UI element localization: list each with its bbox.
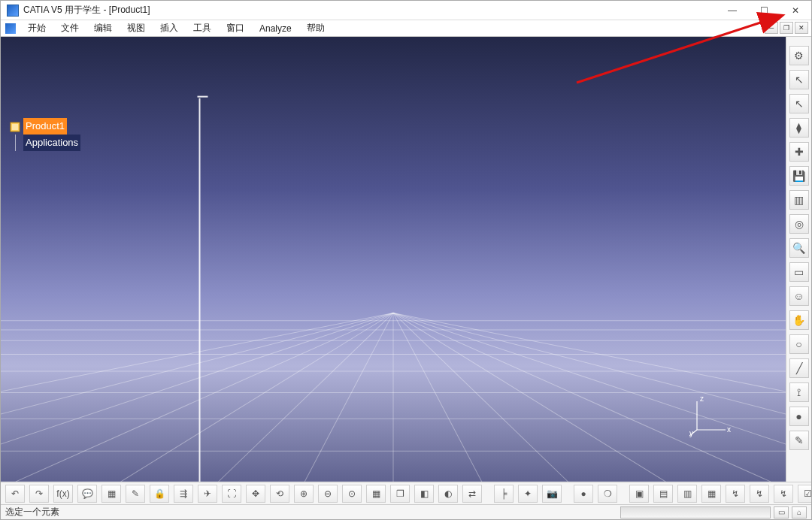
window-title: CATIA V5 用于学生 - [Product1] — [23, 4, 150, 17]
tree-root[interactable]: Product1 — [10, 118, 80, 135]
tree-toggle-icon[interactable]: ╞ — [494, 485, 514, 503]
status-button-2[interactable]: ⌂ — [792, 506, 807, 518]
iso-view-icon[interactable]: ❒ — [390, 485, 410, 503]
analysis-glyph-icon: 🔍 — [792, 242, 805, 254]
sketch3-glyph-icon: ↯ — [780, 488, 787, 499]
menu-analyze[interactable]: Analyze — [252, 22, 299, 35]
sketch3-icon[interactable]: ↯ — [774, 485, 793, 503]
render2-icon[interactable]: ▤ — [653, 485, 673, 503]
viewport-3d[interactable]: Product1 Applications z x — [1, 37, 786, 482]
sketch2-glyph-icon: ↯ — [756, 488, 763, 499]
render4-glyph-icon: ▦ — [707, 488, 716, 499]
window-minimize-button[interactable]: — — [717, 1, 748, 20]
menu-view[interactable]: 视图 — [120, 20, 153, 36]
select-gear-icon[interactable]: ↖ — [789, 94, 809, 113]
analysis-icon[interactable]: 🔍 — [789, 238, 809, 258]
hide-icon[interactable]: ◐ — [438, 485, 458, 503]
fit-icon[interactable]: ⛶ — [222, 485, 241, 503]
app-icon — [7, 5, 19, 17]
scene-icon[interactable]: ☺ — [789, 286, 809, 306]
rotate-glyph-icon: ⟲ — [276, 488, 283, 499]
record-icon[interactable]: ● — [574, 485, 593, 503]
robot-icon[interactable]: ✋ — [789, 310, 809, 330]
window-maximize-button[interactable]: ☐ — [748, 1, 780, 20]
annotation-icon[interactable]: ▭ — [789, 262, 809, 282]
snapshot-icon[interactable]: ❍ — [598, 485, 617, 503]
step-icon[interactable]: ⇶ — [174, 485, 193, 503]
undo-icon[interactable]: ↶ — [5, 485, 25, 503]
zoom-in-icon[interactable]: ⊕ — [294, 485, 314, 503]
chat-icon[interactable]: 💬 — [77, 485, 97, 503]
window-close-button[interactable]: ✕ — [780, 1, 811, 20]
line-icon[interactable]: ╱ — [789, 358, 809, 378]
sketch4-icon[interactable]: ☑ — [798, 485, 811, 503]
compass-glyph-icon: ✦ — [524, 488, 532, 499]
link-icon[interactable]: ✎ — [126, 485, 145, 503]
menu-file[interactable]: 文件 — [53, 20, 86, 36]
menu-window[interactable]: 窗口 — [219, 20, 252, 36]
maximize-icon: ☐ — [760, 5, 768, 16]
zoom-out-icon[interactable]: ⊖ — [318, 485, 338, 503]
shading-icon[interactable]: ◧ — [414, 485, 434, 503]
compass-icon[interactable]: ✦ — [518, 485, 538, 503]
status-text: 选定一个元素 — [5, 506, 59, 518]
product-icon[interactable]: ⚙ — [789, 46, 809, 65]
table-icon[interactable]: ▦ — [102, 485, 121, 503]
circle-icon[interactable]: ○ — [789, 334, 809, 354]
assembly-icon[interactable]: ▥ — [789, 190, 809, 210]
render4-icon[interactable]: ▦ — [701, 485, 721, 503]
floor-grid — [1, 37, 786, 482]
pan-icon[interactable]: ✥ — [246, 485, 265, 503]
sketch2-icon[interactable]: ↯ — [750, 485, 769, 503]
mdi-minimize-button[interactable]: ─ — [765, 22, 778, 34]
constraint-icon[interactable]: ⧫ — [789, 118, 809, 138]
color-icon[interactable]: ● — [789, 407, 809, 426]
tree-child-applications[interactable]: Applications — [23, 135, 80, 151]
lock-icon[interactable]: 🔒 — [150, 485, 169, 503]
constraint-measure-glyph-icon: ✚ — [795, 146, 804, 158]
camera-icon[interactable]: 📷 — [542, 485, 562, 503]
catalog-icon[interactable]: ◎ — [789, 214, 809, 234]
formula-icon[interactable]: f(x) — [53, 485, 73, 503]
render2-glyph-icon: ▤ — [659, 488, 668, 499]
rotate-icon[interactable]: ⟲ — [270, 485, 289, 503]
flyto-icon[interactable]: ✈ — [198, 485, 217, 503]
camera-glyph-icon: 📷 — [547, 488, 558, 499]
snapshot-glyph-icon: ❍ — [604, 488, 612, 499]
normal-view-icon[interactable]: ⊙ — [342, 485, 362, 503]
product-node-icon — [10, 121, 20, 132]
constraint-measure-icon[interactable]: ✚ — [789, 142, 809, 162]
measure-glyph-icon: ⟟ — [797, 386, 801, 399]
mdi-restore-button[interactable]: ❐ — [780, 22, 793, 34]
svg-line-11 — [1, 313, 393, 482]
menu-start[interactable]: 开始 — [20, 20, 53, 36]
menu-edit[interactable]: 编辑 — [86, 20, 120, 36]
menu-insert[interactable]: 插入 — [153, 20, 186, 36]
render1-icon[interactable]: ▣ — [629, 485, 649, 503]
spec-tree[interactable]: Product1 Applications — [10, 118, 80, 151]
sketch1-icon[interactable]: ↯ — [726, 485, 745, 503]
swap-glyph-icon: ⇄ — [468, 488, 476, 499]
annotation-glyph-icon: ▭ — [794, 266, 804, 278]
menu-tools[interactable]: 工具 — [186, 20, 219, 36]
status-field[interactable] — [620, 506, 771, 518]
render3-icon[interactable]: ▥ — [677, 485, 697, 503]
menu-help[interactable]: 帮助 — [299, 20, 332, 36]
move-icon[interactable]: 💾 — [789, 166, 809, 186]
redo-icon[interactable]: ↷ — [29, 485, 49, 503]
tree-child-label: Applications — [23, 135, 80, 151]
measure-icon[interactable]: ⟟ — [789, 382, 809, 402]
multi-view-icon[interactable]: ▦ — [366, 485, 386, 503]
link-glyph-icon: ✎ — [132, 488, 139, 499]
swap-icon[interactable]: ⇄ — [462, 485, 482, 503]
zoom-out-glyph-icon: ⊖ — [324, 488, 332, 499]
status-button-1[interactable]: ▭ — [774, 506, 789, 518]
brush-icon[interactable]: ✎ — [789, 431, 809, 450]
mdi-close-button[interactable]: ✕ — [795, 22, 808, 34]
zoom-in-glyph-icon: ⊕ — [300, 488, 308, 499]
select-icon[interactable]: ↖ — [789, 70, 809, 89]
normal-view-glyph-icon: ⊙ — [348, 488, 356, 499]
formula-glyph-icon: f(x) — [56, 488, 69, 499]
assembly-glyph-icon: ▥ — [794, 194, 804, 206]
window-frame: CATIA V5 用于学生 - [Product1] — ☐ ✕ 开始 文件 编… — [0, 0, 812, 520]
